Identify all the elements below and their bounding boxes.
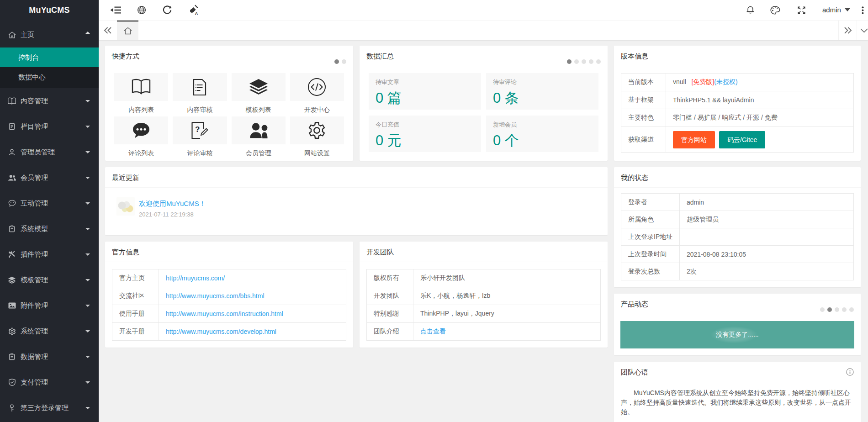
svg-text:A: A (195, 11, 198, 16)
svg-text:?: ? (195, 125, 200, 134)
